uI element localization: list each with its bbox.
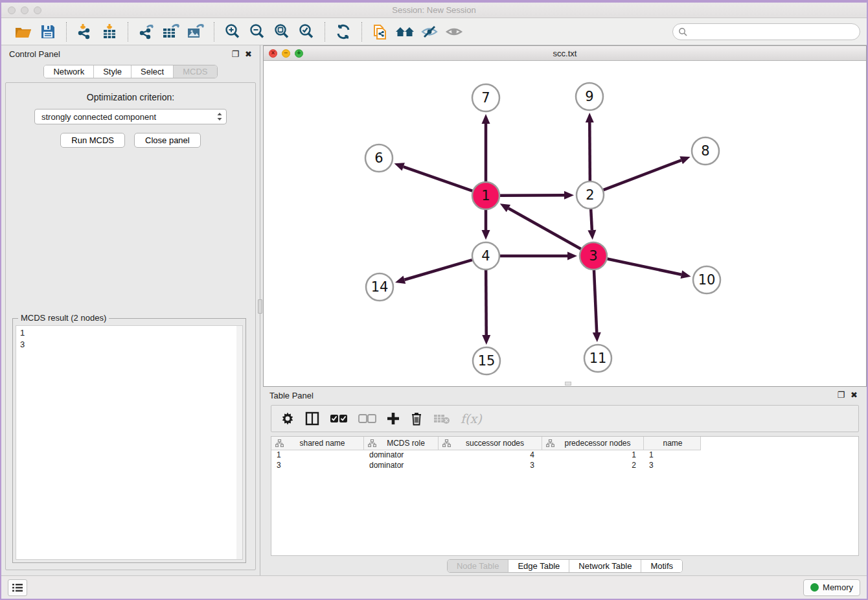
deselect-all-rows-button[interactable]: [358, 413, 376, 424]
export-image-button[interactable]: [185, 22, 206, 41]
clone-network-icon: [372, 23, 389, 41]
result-scrollbar[interactable]: [236, 326, 242, 559]
control-panel: Control Panel ❐ ✖ NetworkStyleSelectMCDS…: [1, 45, 260, 575]
first-neighbors-button[interactable]: [394, 22, 415, 41]
tab-motifs[interactable]: Motifs: [641, 560, 682, 572]
tab-network-table[interactable]: Network Table: [569, 560, 641, 572]
refresh-layout-button[interactable]: [333, 22, 354, 41]
table-row[interactable]: 3dominator323: [271, 461, 701, 471]
network-canvas[interactable]: 7968124314101511: [264, 61, 866, 386]
network-graph[interactable]: 7968124314101511: [264, 61, 867, 386]
edge-arrowhead: [482, 335, 490, 345]
cell-shared-name[interactable]: 3: [271, 461, 364, 471]
table-panel-float-icon[interactable]: ❐: [837, 391, 845, 399]
column-header-successor-nodes[interactable]: successor nodes: [439, 437, 542, 450]
table-panel-close-icon[interactable]: ✖: [851, 391, 858, 399]
list-icon: [12, 583, 23, 593]
import-table-icon: [101, 23, 118, 40]
edge-arrowhead: [395, 276, 405, 284]
tab-style[interactable]: Style: [94, 65, 131, 78]
tab-edge-table[interactable]: Edge Table: [508, 560, 569, 572]
search-box[interactable]: [672, 23, 860, 40]
column-header-shared-name[interactable]: shared name: [271, 437, 364, 450]
open-session-button[interactable]: [13, 22, 34, 41]
column-header-label: predecessor nodes: [554, 439, 641, 448]
control-panel-float-icon[interactable]: ❐: [231, 50, 239, 58]
export-network-button[interactable]: [136, 22, 157, 41]
mcds-result-text[interactable]: 13: [16, 325, 243, 560]
cell-predecessor-nodes[interactable]: 1: [542, 450, 644, 461]
edge-3-11[interactable]: [594, 270, 597, 332]
cell-shared-name[interactable]: 1: [271, 450, 364, 461]
select-all-rows-button[interactable]: [330, 413, 348, 424]
zoom-fit-icon: [273, 23, 290, 40]
add-column-button[interactable]: [387, 412, 400, 425]
vertical-splitter-handle[interactable]: [258, 299, 262, 314]
cell-MCDS-role[interactable]: dominator: [364, 450, 439, 461]
delete-column-button[interactable]: [410, 411, 423, 426]
show-all-button[interactable]: [444, 22, 464, 41]
table-toolbar: f(x): [271, 405, 859, 432]
cell-name[interactable]: 3: [644, 461, 701, 471]
criterion-dropdown[interactable]: strongly connected component: [34, 109, 227, 124]
run-mcds-button[interactable]: Run MCDS: [60, 133, 125, 148]
function-builder-button[interactable]: f(x): [461, 411, 482, 426]
zoom-fit-button[interactable]: [271, 22, 292, 41]
export-table-button[interactable]: [161, 22, 181, 41]
column-header-name[interactable]: name: [644, 437, 701, 450]
tab-mcds[interactable]: MCDS: [174, 65, 216, 78]
tab-network[interactable]: Network: [44, 65, 94, 78]
cell-MCDS-role[interactable]: dominator: [364, 461, 439, 471]
tab-select[interactable]: Select: [131, 65, 174, 78]
zoom-selected-button[interactable]: [296, 22, 317, 41]
checked-boxes-icon: [330, 413, 348, 424]
task-history-button[interactable]: [8, 579, 27, 596]
close-panel-button[interactable]: Close panel: [134, 133, 201, 148]
mcds-result-line: 1: [20, 327, 238, 339]
edge-3-1[interactable]: [508, 209, 581, 249]
column-header-predecessor-nodes[interactable]: predecessor nodes: [542, 437, 644, 450]
edge-4-14[interactable]: [404, 260, 472, 280]
memory-button[interactable]: Memory: [803, 579, 860, 596]
cell-successor-nodes[interactable]: 3: [439, 461, 542, 471]
edge-4-15[interactable]: [486, 270, 486, 335]
cell-predecessor-nodes[interactable]: 2: [542, 461, 644, 471]
clone-network-button[interactable]: [370, 22, 391, 41]
hide-selected-button[interactable]: [419, 22, 440, 41]
edge-1-6[interactable]: [404, 167, 473, 190]
edge-2-8[interactable]: [604, 160, 681, 190]
control-panel-close-icon[interactable]: ✖: [245, 50, 252, 58]
edge-3-10[interactable]: [608, 259, 681, 275]
edge-arrowhead: [680, 156, 690, 164]
save-session-button[interactable]: [38, 22, 58, 41]
right-column: × − + scc.txt 7968124314101511 Table Pan…: [260, 45, 867, 575]
node-table[interactable]: shared nameMCDS rolesuccessor nodesprede…: [271, 436, 859, 556]
table-row[interactable]: 1dominator411: [271, 450, 701, 461]
tab-node-table[interactable]: Node Table: [448, 560, 509, 572]
horizontal-splitter-handle[interactable]: [565, 382, 571, 386]
zoom-in-button[interactable]: [222, 22, 243, 41]
import-table-button[interactable]: [99, 22, 120, 41]
import-network-button[interactable]: [74, 22, 95, 41]
edge-2-3[interactable]: [591, 209, 592, 230]
column-layout-button[interactable]: [305, 411, 319, 426]
delete-table-button[interactable]: [433, 413, 450, 424]
cell-name[interactable]: 1: [644, 450, 701, 461]
edge-arrowhead: [564, 191, 574, 200]
edge-1-2[interactable]: [500, 195, 564, 196]
toolbar-separator: [325, 22, 325, 41]
edge-arrowhead: [567, 252, 577, 260]
column-type-icon: [368, 439, 376, 447]
column-header-MCDS-role[interactable]: MCDS role: [364, 437, 439, 450]
cell-successor-nodes[interactable]: 4: [439, 450, 542, 461]
table-panel: Table Panel ❐ ✖: [263, 387, 867, 575]
edge-2-9[interactable]: [589, 122, 590, 181]
zoom-out-button[interactable]: [247, 22, 268, 41]
control-panel-tabs: NetworkStyleSelectMCDS: [43, 65, 217, 78]
table-settings-button[interactable]: [280, 411, 295, 426]
network-window: × − + scc.txt 7968124314101511: [263, 45, 867, 387]
edge-arrowhead: [681, 270, 691, 279]
search-input[interactable]: [691, 27, 854, 36]
open-folder-icon: [14, 24, 32, 40]
columns-icon: [305, 411, 319, 426]
